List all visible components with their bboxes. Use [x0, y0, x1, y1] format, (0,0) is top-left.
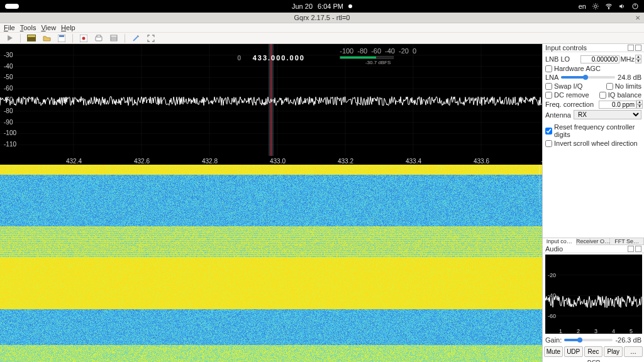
tab-receiver-options[interactable]: Receiver O…: [576, 238, 611, 245]
invert-scroll-checkbox[interactable]: [545, 140, 552, 147]
dsp-label: DSP: [543, 359, 644, 362]
dock-close-icon[interactable]: [635, 45, 641, 51]
meter-bar: [340, 56, 394, 59]
load-settings-button[interactable]: [41, 33, 52, 43]
antenna-select[interactable]: RX: [574, 110, 641, 119]
freq-leading-zero: 0: [237, 54, 242, 62]
freq-corr-input[interactable]: [599, 101, 636, 109]
svg-point-17: [82, 36, 86, 40]
save-settings-button[interactable]: [56, 33, 67, 43]
svg-point-0: [594, 5, 597, 8]
record-iq-button[interactable]: [78, 33, 89, 43]
input-controls-panel: LNB LO MHz ▲▼ Hardware AGC LNA 24.8 dB S…: [543, 52, 644, 150]
udp-button[interactable]: UDP: [564, 346, 583, 357]
toolbar: [0, 33, 644, 44]
menu-file[interactable]: File: [4, 24, 15, 31]
activities-pill[interactable]: [5, 4, 19, 9]
play-dsp-button[interactable]: [4, 33, 15, 43]
signal-meter: -100 -80 -60 -40 -20 0 -30.7 dBFS: [340, 47, 416, 65]
audio-titlebar[interactable]: Audio: [543, 245, 644, 253]
date-label: Jun 20: [292, 3, 313, 10]
gain-value: -26.3 dB: [615, 336, 641, 344]
time-label: 6:04 PM: [318, 3, 343, 10]
separator: [20, 34, 21, 43]
menu-view[interactable]: View: [41, 24, 56, 31]
clock-area[interactable]: Jun 20 6:04 PM: [292, 3, 352, 10]
separator: [125, 34, 125, 43]
svg-point-9: [608, 8, 609, 9]
lnb-lo-label: LNB LO: [545, 55, 570, 63]
rec-button[interactable]: Rec: [584, 346, 603, 357]
svg-rect-13: [28, 35, 35, 37]
dock-detach-icon[interactable]: [628, 45, 634, 51]
meter-value: -30.7 dBFS: [340, 60, 416, 65]
close-icon[interactable]: ✕: [635, 14, 640, 21]
no-limits-checkbox[interactable]: [606, 83, 613, 90]
svg-line-6: [597, 8, 597, 9]
lna-slider[interactable]: [561, 76, 615, 79]
hw-agc-label: Hardware AGC: [554, 65, 601, 72]
fullscreen-button[interactable]: [145, 33, 157, 43]
lnb-lo-unit: MHz: [620, 55, 635, 63]
more-button[interactable]: …: [624, 346, 643, 357]
tab-input-controls[interactable]: Input co…: [542, 238, 577, 245]
menubar: File Tools View Help: [0, 23, 644, 33]
fc-dn[interactable]: ▼: [636, 104, 643, 109]
antenna-label: Antenna: [545, 111, 571, 119]
tools-button[interactable]: [130, 33, 142, 43]
dc-remove-checkbox[interactable]: [545, 92, 552, 99]
svg-rect-19: [97, 35, 101, 37]
reset-freq-checkbox[interactable]: [545, 128, 552, 134]
power-icon[interactable]: [631, 3, 639, 11]
volume-icon[interactable]: [618, 3, 626, 11]
svg-line-5: [593, 4, 594, 4]
gnome-top-bar: Jun 20 6:04 PM en: [0, 0, 644, 13]
audio-spectrum[interactable]: [545, 255, 642, 334]
io-devices-button[interactable]: [26, 33, 37, 43]
frequency-display[interactable]: 0 433.000.000: [0, 47, 542, 64]
wifi-icon[interactable]: [604, 3, 613, 11]
audio-title: Audio: [545, 245, 563, 253]
keyboard-layout-label[interactable]: en: [579, 3, 586, 10]
svg-rect-15: [59, 35, 64, 37]
freq-digits: 433.000.000: [253, 54, 305, 62]
screenshot-button[interactable]: [93, 33, 104, 43]
window-title: Gqrx 2.17.5 - rtl=0: [294, 14, 350, 21]
lnb-up[interactable]: ▲: [635, 55, 641, 59]
lnb-lo-input[interactable]: [580, 55, 619, 63]
lna-value: 24.8 dB: [618, 74, 641, 81]
plotter-area[interactable]: 0 433.000.000 -100 -80 -60 -40 -20 0 -30…: [0, 44, 542, 362]
svg-line-8: [597, 4, 597, 4]
tab-fft-settings[interactable]: FFT Se…: [609, 238, 644, 245]
lnb-dn[interactable]: ▼: [635, 59, 641, 63]
svg-line-7: [593, 8, 594, 9]
brightness-icon[interactable]: [591, 3, 599, 11]
fc-up[interactable]: ▲: [636, 100, 643, 104]
input-controls-title: Input controls: [545, 44, 587, 52]
iq-balance-checkbox[interactable]: [599, 92, 606, 99]
notification-dot-icon: [348, 4, 352, 8]
waterfall[interactable]: [0, 165, 542, 362]
bookmarks-button[interactable]: [108, 33, 119, 43]
swap-iq-checkbox[interactable]: [545, 83, 552, 90]
lna-label: LNA: [545, 74, 558, 81]
audio-close-icon[interactable]: [635, 246, 641, 252]
menu-tools[interactable]: Tools: [20, 24, 36, 31]
input-controls-titlebar[interactable]: Input controls: [543, 44, 644, 52]
play-button[interactable]: Play: [604, 346, 623, 357]
hw-agc-checkbox[interactable]: [545, 65, 552, 72]
audio-detach-icon[interactable]: [628, 246, 634, 252]
menu-help[interactable]: Help: [61, 24, 75, 31]
right-sidebar: Input controls LNB LO MHz ▲▼ Hardware AG…: [542, 44, 644, 362]
separator: [72, 34, 73, 43]
gain-label: Gain:: [545, 336, 562, 344]
mute-button[interactable]: Mute: [544, 346, 563, 357]
window-titlebar[interactable]: Gqrx 2.17.5 - rtl=0 ✕: [0, 13, 644, 23]
gain-slider[interactable]: [564, 339, 613, 341]
right-tabbar: Input co… Receiver O… FFT Se…: [543, 238, 644, 245]
freq-corr-label: Freq. correction: [545, 101, 594, 108]
